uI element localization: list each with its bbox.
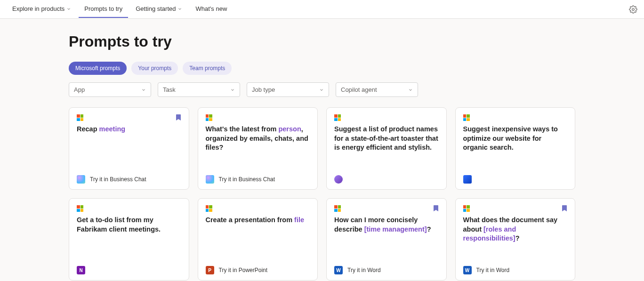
chevron-down-icon: [319, 88, 324, 92]
chevron-down-icon: [408, 88, 413, 92]
filter-select-2[interactable]: Job type: [247, 82, 329, 97]
bookmark-icon[interactable]: [176, 114, 181, 121]
card-footer[interactable]: WTry it in Word: [463, 266, 568, 274]
prompt-card-0[interactable]: Recap meetingTry it in Business Chat: [69, 107, 189, 190]
tab-2[interactable]: Team prompts: [183, 62, 232, 75]
settings-icon[interactable]: [629, 5, 637, 14]
card-footer[interactable]: [334, 175, 439, 184]
filter-select-0[interactable]: App: [69, 82, 151, 97]
filter-label: Task: [163, 86, 176, 93]
microsoft-logo-icon: [77, 114, 83, 121]
footer-label: Try it in Word: [476, 267, 510, 273]
prompt-card-5[interactable]: Create a presentation from filePTry it i…: [198, 198, 318, 281]
prompt-text: What's the latest from person, organized…: [206, 125, 310, 170]
footer-label: Try it in PowerPoint: [219, 267, 268, 273]
prompt-text: Get a to-do list from my Fabrikam client…: [77, 216, 181, 261]
app-wd-icon: W: [463, 266, 472, 274]
filter-label: Job type: [252, 86, 275, 93]
app-loop-icon: [334, 175, 343, 184]
nav-item-label: Explore in products: [12, 5, 64, 12]
tab-0[interactable]: Microsoft prompts: [69, 62, 127, 75]
prompt-text: Recap meeting: [77, 125, 181, 170]
svg-point-0: [632, 8, 635, 10]
card-footer[interactable]: Try it in Business Chat: [206, 175, 310, 184]
footer-label: Try it in Business Chat: [90, 176, 146, 183]
microsoft-logo-icon: [334, 114, 341, 121]
microsoft-logo-icon: [463, 205, 470, 212]
app-biz-icon: [206, 175, 214, 184]
nav-item-2[interactable]: Getting started: [130, 0, 188, 18]
filter-label: App: [74, 86, 85, 93]
nav-item-3[interactable]: What's new: [190, 0, 233, 18]
prompt-card-2[interactable]: Suggest a list of product names for a st…: [326, 107, 447, 190]
card-footer[interactable]: Try it in Business Chat: [77, 175, 181, 184]
app-biz-icon: [77, 175, 85, 184]
footer-label: Try it in Business Chat: [219, 176, 275, 183]
microsoft-logo-icon: [206, 205, 212, 212]
prompt-text: What does the document say about [roles …: [463, 216, 568, 261]
prompt-card-6[interactable]: How can I more concisely describe [time …: [326, 198, 447, 281]
filter-label: Copilot agent: [341, 86, 377, 93]
microsoft-logo-icon: [334, 205, 341, 212]
prompt-card-3[interactable]: Suggest inexpensive ways to optimize our…: [455, 107, 576, 190]
bookmark-icon[interactable]: [562, 205, 567, 212]
prompt-text: Suggest inexpensive ways to optimize our…: [463, 125, 568, 170]
microsoft-logo-icon: [206, 114, 212, 121]
microsoft-logo-icon: [77, 205, 83, 212]
prompt-card-4[interactable]: Get a to-do list from my Fabrikam client…: [69, 198, 189, 281]
prompt-text: How can I more concisely describe [time …: [334, 216, 439, 261]
card-footer[interactable]: [463, 175, 568, 184]
filter-select-1[interactable]: Task: [158, 82, 240, 97]
app-on-icon: N: [77, 266, 85, 274]
app-clip-icon: [463, 175, 472, 184]
nav-item-label: Prompts to try: [84, 5, 122, 12]
bookmark-icon[interactable]: [433, 205, 439, 212]
prompt-text: Suggest a list of product names for a st…: [334, 125, 439, 170]
card-footer[interactable]: PTry it in PowerPoint: [206, 266, 310, 274]
app-pp-icon: P: [206, 266, 214, 274]
app-wd-icon: W: [334, 266, 343, 274]
chevron-down-icon: [177, 7, 182, 11]
card-footer[interactable]: N: [77, 266, 181, 274]
card-footer[interactable]: WTry it in Word: [334, 266, 439, 274]
filter-select-3[interactable]: Copilot agent: [336, 82, 418, 97]
microsoft-logo-icon: [463, 114, 470, 121]
page-title: Prompts to try: [69, 33, 575, 50]
prompt-text: Create a presentation from file: [206, 216, 310, 261]
chevron-down-icon: [141, 88, 146, 92]
chevron-down-icon: [66, 7, 71, 11]
nav-item-1[interactable]: Prompts to try: [79, 0, 128, 18]
nav-item-label: What's new: [195, 5, 227, 12]
nav-item-0[interactable]: Explore in products: [7, 0, 77, 18]
prompt-card-7[interactable]: What does the document say about [roles …: [455, 198, 576, 281]
tab-1[interactable]: Your prompts: [131, 62, 178, 75]
footer-label: Try it in Word: [347, 267, 381, 273]
nav-item-label: Getting started: [136, 5, 176, 12]
chevron-down-icon: [230, 88, 235, 92]
prompt-card-1[interactable]: What's the latest from person, organized…: [198, 107, 318, 190]
